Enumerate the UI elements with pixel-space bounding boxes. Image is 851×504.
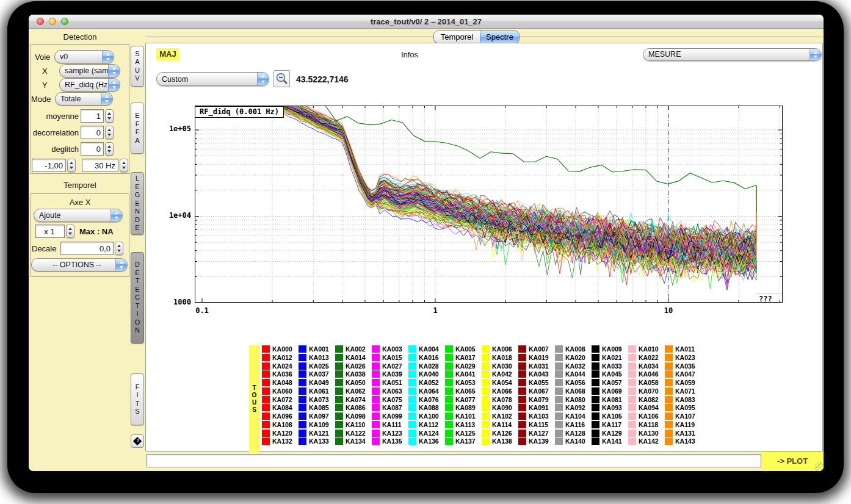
legend-label[interactable]: KA090 [492,404,512,411]
legend-label[interactable]: KA016 [419,354,439,361]
legend-label[interactable]: KA020 [565,354,585,361]
legend-swatch-KA044[interactable] [555,370,563,378]
legend-label[interactable]: KA140 [565,437,585,445]
legend-label[interactable]: KA025 [309,362,329,370]
legend-label[interactable]: KA103 [529,412,549,420]
legend-swatch-KA103[interactable] [518,412,526,420]
legend-swatch-KA075[interactable] [372,396,380,403]
legend-label[interactable]: KA023 [675,354,695,361]
legend-label[interactable]: KA030 [492,362,512,370]
legend-swatch-KA066[interactable] [482,387,490,395]
legend-label[interactable]: KA098 [346,412,366,420]
legend-label[interactable]: KA113 [455,421,475,428]
legend-label[interactable]: KA068 [565,387,585,395]
legend-swatch-KA007[interactable] [518,345,526,353]
legend-label[interactable]: KA017 [455,354,476,361]
legend-swatch-KA115[interactable] [518,421,526,428]
legend-swatch-KA050[interactable] [335,379,343,386]
help-button[interactable]: ? [131,434,144,448]
legend-label[interactable]: KA066 [492,387,512,395]
legend-swatch-KA065[interactable] [445,387,453,395]
mult-stepper[interactable] [66,225,74,238]
legend-swatch-KA017[interactable] [445,354,453,361]
x-select[interactable]: sample (sampl [59,64,120,77]
decorrelation-stepper[interactable] [105,126,114,139]
legend-label[interactable]: KA106 [639,412,659,420]
legend-label[interactable]: KA084 [272,404,292,411]
legend-swatch-KA043[interactable] [518,370,526,378]
legend-swatch-KA128[interactable] [555,430,563,437]
legend-label[interactable]: KA045 [602,370,622,378]
legend-swatch-KA034[interactable] [628,362,636,370]
mesure-select[interactable]: MESURE [643,48,822,61]
moyenne-stepper[interactable] [105,109,114,123]
decale-stepper[interactable] [115,242,123,255]
legend-swatch-KA138[interactable] [482,437,490,445]
legend-label[interactable]: KA067 [529,387,549,395]
legend-swatch-KA102[interactable] [482,412,490,420]
legend-label[interactable]: KA003 [382,345,402,353]
legend-label[interactable]: KA004 [419,345,439,353]
legend-label[interactable]: KA076 [419,396,439,403]
legend-swatch-KA028[interactable] [408,362,416,370]
legend-label[interactable]: KA058 [639,379,659,386]
legend-swatch-KA031[interactable] [518,362,526,370]
legend-swatch-KA090[interactable] [482,404,490,411]
legend-label[interactable]: KA112 [419,421,438,428]
legend-label[interactable]: KA100 [419,412,439,420]
moyenne-input[interactable]: 1 [81,109,104,123]
decale-input[interactable]: 0,0 [60,242,114,255]
legend-tous-button[interactable]: T O U S [249,345,259,453]
mode-select[interactable]: Totale [55,92,113,106]
legend-label[interactable]: KA091 [529,404,549,411]
legend-label[interactable]: KA007 [529,345,549,353]
legend-swatch-KA061[interactable] [299,387,306,395]
legend-label[interactable]: KA079 [529,396,549,403]
legend-swatch-KA077[interactable] [445,396,453,403]
legend-label[interactable]: KA036 [272,370,292,378]
legend-label[interactable]: KA071 [675,387,695,395]
legend-swatch-KA011[interactable] [665,345,673,353]
legend-label[interactable]: KA078 [492,396,512,403]
legend-swatch-KA127[interactable] [518,430,526,437]
legend-label[interactable]: KA062 [346,387,366,395]
legend-swatch-KA108[interactable] [262,421,270,428]
legend-swatch-KA055[interactable] [518,379,526,386]
legend-label[interactable]: KA089 [455,404,476,411]
legend-swatch-KA088[interactable] [408,404,416,411]
legend-label[interactable]: KA097 [309,412,329,420]
legend-swatch-KA087[interactable] [372,404,380,411]
legend-label[interactable]: KA126 [492,430,512,437]
legend-label[interactable]: KA001 [309,345,329,353]
legend-swatch-KA056[interactable] [555,379,563,386]
legend-swatch-KA039[interactable] [372,370,380,378]
legend-label[interactable]: KA114 [492,421,512,428]
legend-swatch-KA083[interactable] [665,396,673,403]
legend-swatch-KA006[interactable] [482,345,490,353]
legend-label[interactable]: KA002 [346,345,366,353]
legend-label[interactable]: KA013 [309,354,329,361]
legend-swatch-KA012[interactable] [262,354,270,361]
legend-label[interactable]: KA094 [639,404,659,411]
legend-label[interactable]: KA130 [639,430,659,437]
legend-label[interactable]: KA028 [419,362,439,370]
legend-label[interactable]: KA110 [346,421,365,428]
legend-swatch-KA096[interactable] [262,412,270,420]
legend-swatch-KA049[interactable] [299,379,306,386]
legend-swatch-KA047[interactable] [665,370,673,378]
freq-min-stepper[interactable] [67,159,76,172]
legend-label[interactable]: KA057 [602,379,622,386]
legend-label[interactable]: KA039 [382,370,402,378]
legend-swatch-KA068[interactable] [555,387,563,395]
legend-label[interactable]: KA056 [565,379,585,386]
legend-swatch-KA079[interactable] [518,396,526,403]
resize-grip[interactable] [815,463,824,471]
legend-swatch-KA016[interactable] [408,354,416,361]
legend-swatch-KA030[interactable] [482,362,490,370]
legend-swatch-KA116[interactable] [555,421,563,428]
legend-swatch-KA112[interactable] [408,421,416,428]
legend-swatch-KA021[interactable] [592,354,599,361]
legend-swatch-KA057[interactable] [592,379,599,386]
legend-swatch-KA139[interactable] [518,437,526,445]
legend-swatch-KA060[interactable] [262,387,270,395]
